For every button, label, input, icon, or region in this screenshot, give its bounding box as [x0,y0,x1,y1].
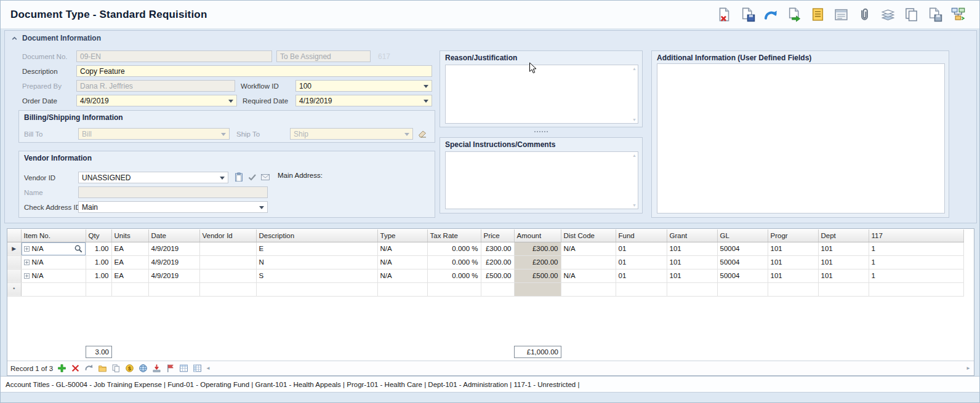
grid-cell[interactable]: 0.000 % [427,269,481,282]
delete-record-icon[interactable] [70,364,80,373]
lookup-icon[interactable] [74,244,83,253]
workflow-id-select[interactable]: 100 [295,80,432,92]
workflow-icon[interactable] [950,6,966,22]
grid-cell[interactable] [256,282,377,296]
row-expander-icon[interactable] [24,246,30,252]
grid-cell[interactable]: N/A [21,255,86,269]
import-document-icon[interactable] [786,6,802,22]
grid-cell[interactable] [199,255,256,269]
grid-cell[interactable]: 1.00 [86,269,111,282]
grid-cell[interactable]: £300.00 [514,242,561,255]
grid-cell[interactable] [667,282,717,296]
attachment-icon[interactable] [856,6,872,22]
grid-cell[interactable]: 101 [818,242,869,255]
grid-cell[interactable]: 1 [869,242,963,255]
grid-cell[interactable]: S [256,269,377,282]
grid-cell[interactable]: 101 [768,242,818,255]
grid-cell[interactable] [768,282,818,296]
chevron-down-icon[interactable] [220,177,225,180]
grid-cell[interactable] [818,282,869,296]
grid-cell[interactable] [111,282,148,296]
scroll-up-icon[interactable]: ▲ [632,153,637,158]
collapse-section-icon[interactable] [11,35,18,42]
open-icon[interactable] [97,364,107,373]
column-header[interactable]: GL [717,229,768,242]
column-header[interactable]: Progr [768,229,818,242]
grid-cell[interactable]: 0.000 % [427,255,481,269]
undo-edit-icon[interactable] [84,364,94,373]
column-header[interactable]: Description [256,229,377,242]
grid-cell[interactable]: £500.00 [481,269,514,282]
grid-cell[interactable]: N/A [561,242,616,255]
grid-cell[interactable]: N/A [377,242,427,255]
column-header[interactable]: Amount [514,229,561,242]
grid-cell[interactable] [616,282,667,296]
grid-cell[interactable]: 101 [768,269,818,282]
scroll-down-icon[interactable]: ▼ [632,118,637,122]
grid-cell[interactable]: 50004 [717,242,768,255]
splitter-handle[interactable] [440,129,643,134]
grid-cell[interactable]: 101 [667,269,717,282]
grid-cell[interactable]: EA [111,255,148,269]
grid-view-icon[interactable] [179,364,188,373]
grid-cell[interactable]: EA [111,269,148,282]
column-header[interactable]: Item No. [21,229,86,242]
grid-cell[interactable]: 101 [818,269,869,282]
import-icon[interactable] [151,364,161,373]
column-header[interactable]: Dept [818,229,869,242]
notes-icon[interactable] [809,6,825,22]
row-indicator[interactable] [7,269,21,282]
grid-cell[interactable] [148,282,199,296]
copy-record-icon[interactable] [111,364,121,373]
scroll-right-arrow[interactable]: ► [966,365,971,371]
clipboard-icon[interactable] [233,172,244,182]
grid-cell[interactable]: 01 [616,269,667,282]
special-instructions-textarea[interactable]: ▲ ▼ [445,151,638,209]
user-defined-fields-area[interactable] [657,63,945,213]
grid-cell[interactable]: £200.00 [481,255,514,269]
row-expander-icon[interactable] [24,260,30,265]
report-icon[interactable] [833,6,849,22]
grid-cell[interactable]: 4/9/2019 [148,255,199,269]
globe-icon[interactable] [138,364,148,373]
row-indicator[interactable] [7,255,21,269]
delete-document-icon[interactable] [716,6,732,22]
grid-cell[interactable] [199,269,256,282]
grid-cell[interactable] [199,282,256,296]
reason-textarea[interactable]: ▲ ▼ [445,65,638,124]
chevron-down-icon[interactable] [424,85,428,88]
column-header[interactable]: Dist Code [561,229,616,242]
grid-cell[interactable] [514,282,561,296]
grid-cell[interactable]: 50004 [717,255,768,269]
grid-cell[interactable]: N/A [21,242,86,255]
grid-cell[interactable] [199,242,256,255]
currency-icon[interactable]: $ [124,364,134,373]
envelope-icon[interactable] [260,172,270,182]
grid-cell[interactable]: N/A [561,269,616,282]
scroll-up-icon[interactable]: ▲ [632,66,637,71]
grid-layout-icon[interactable] [192,364,202,373]
grid-cell[interactable] [377,282,427,296]
vendor-id-select[interactable]: UNASSIGNED [78,172,228,183]
flag-icon[interactable] [165,364,175,373]
column-header[interactable]: Type [377,229,427,242]
grid-cell[interactable]: £200.00 [514,255,561,269]
chevron-down-icon[interactable] [228,100,233,103]
chevron-down-icon[interactable] [259,206,264,209]
scroll-down-icon[interactable]: ▼ [632,203,637,207]
grid-cell[interactable]: 1.00 [86,242,111,255]
check-address-id-select[interactable]: Main [78,201,268,213]
save-as-icon[interactable] [926,6,942,22]
column-header[interactable]: Units [111,229,148,242]
scroll-left-arrow[interactable]: ◄ [206,365,211,371]
grid-cell[interactable]: E [256,242,377,255]
grid-cell[interactable]: 4/9/2019 [148,269,199,282]
document-no-field[interactable]: 09-EN [76,50,272,62]
grid-cell[interactable]: 101 [768,255,818,269]
grid-cell[interactable]: 0.000 % [427,242,481,255]
copy-icon[interactable] [903,6,919,22]
grid-cell[interactable] [869,282,963,296]
grid-cell[interactable] [561,255,616,269]
grid-cell[interactable]: 01 [616,242,667,255]
column-header[interactable]: Qty [86,229,111,242]
